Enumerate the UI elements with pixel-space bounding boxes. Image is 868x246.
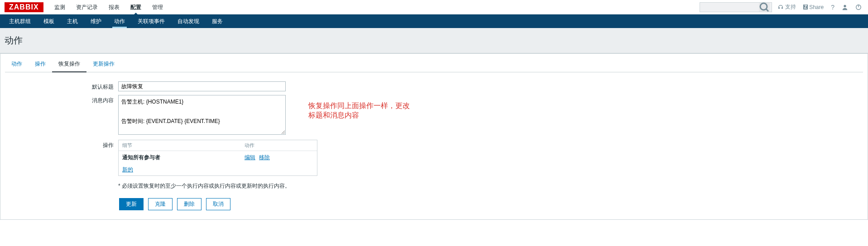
top-nav-inventory[interactable]: 资产记录 <box>71 0 103 14</box>
tab-recovery-operations[interactable]: 恢复操作 <box>52 57 86 72</box>
search-icon <box>759 2 770 13</box>
update-button[interactable]: 更新 <box>119 198 144 210</box>
message-textarea[interactable] <box>118 95 286 135</box>
ops-header: 细节 动作 <box>119 140 317 151</box>
ops-row: 通知所有参与者 编辑 移除 <box>119 151 317 164</box>
tab-update-operations[interactable]: 更新操作 <box>86 57 121 72</box>
ops-edit-link[interactable]: 编辑 <box>245 154 255 161</box>
search-box <box>700 2 772 12</box>
ops-new-row: 新的 <box>119 164 317 175</box>
logout-link[interactable] <box>854 4 863 10</box>
row-note: * 必须设置恢复时的至少一个执行内容或执行内容或更新时的执行内容。 <box>5 180 412 193</box>
message-label: 消息内容 <box>5 95 118 136</box>
z-icon: Z <box>803 5 808 9</box>
share-label: Share <box>809 4 824 10</box>
required-note: * 必须设置恢复时的至少一个执行内容或执行内容或更新时的执行内容。 <box>118 180 412 193</box>
sub-nav-actions[interactable]: 动作 <box>108 14 131 28</box>
ops-row-detail: 通知所有参与者 <box>122 154 245 161</box>
tab-operations[interactable]: 操作 <box>29 57 52 72</box>
search-input[interactable] <box>700 4 759 10</box>
sub-nav: 主机群组 模板 主机 维护 动作 关联项事件 自动发现 服务 <box>0 14 868 28</box>
ops-header-detail: 细节 <box>119 140 241 151</box>
top-nav-administration[interactable]: 管理 <box>147 0 168 14</box>
row-default-title: 默认标题 <box>5 81 412 91</box>
tabs: 动作 操作 恢复操作 更新操作 <box>5 57 863 72</box>
delete-button[interactable]: 删除 <box>177 198 201 210</box>
search-button[interactable] <box>759 3 770 12</box>
ops-new-link[interactable]: 新的 <box>122 166 133 173</box>
row-message: 消息内容 恢复操作同上面操作一样，更改标题和消息内容 <box>5 95 412 136</box>
support-label: 支持 <box>785 3 796 11</box>
share-link[interactable]: Z Share <box>801 4 825 10</box>
sub-nav-discovery[interactable]: 自动发现 <box>171 14 206 28</box>
logo[interactable]: ZABBIX <box>5 2 43 12</box>
top-header: ZABBIX 监测 资产记录 报表 配置 管理 支持 Z Share ? <box>0 0 868 14</box>
operations-table: 细节 动作 通知所有参与者 编辑 移除 新的 <box>118 140 317 176</box>
page-title: 动作 <box>0 28 868 53</box>
top-nav-reports[interactable]: 报表 <box>103 0 125 14</box>
sub-nav-hosts[interactable]: 主机 <box>61 14 84 28</box>
sub-nav-services[interactable]: 服务 <box>206 14 229 28</box>
sub-nav-correlation[interactable]: 关联项事件 <box>131 14 171 28</box>
top-nav-monitoring[interactable]: 监测 <box>49 0 71 14</box>
ops-remove-link[interactable]: 移除 <box>259 154 270 161</box>
annotation-text: 恢复操作同上面操作一样，更改标题和消息内容 <box>308 101 412 120</box>
top-nav: 监测 资产记录 报表 配置 管理 <box>49 0 700 14</box>
help-link[interactable]: ? <box>829 4 836 11</box>
default-title-input[interactable] <box>118 81 286 91</box>
button-row: 更新 克隆 删除 取消 <box>5 198 412 210</box>
tab-action[interactable]: 动作 <box>5 57 29 72</box>
clone-button[interactable]: 克隆 <box>148 198 173 210</box>
svg-point-0 <box>760 3 767 10</box>
form: 默认标题 消息内容 恢复操作同上面操作一样，更改标题和消息内容 操作 细节 动作 <box>5 81 412 210</box>
operations-label: 操作 <box>5 140 118 176</box>
svg-point-2 <box>844 5 846 7</box>
user-link[interactable] <box>840 4 850 10</box>
cancel-button[interactable]: 取消 <box>206 198 230 210</box>
content: 动作 操作 恢复操作 更新操作 默认标题 消息内容 恢复操作同上面操作一样，更改… <box>0 53 868 220</box>
sub-nav-hostgroups[interactable]: 主机群组 <box>3 14 37 28</box>
help-icon: ? <box>831 4 834 11</box>
row-operations: 操作 细节 动作 通知所有参与者 编辑 移除 新的 <box>5 140 412 176</box>
power-icon <box>855 4 862 10</box>
svg-line-1 <box>767 9 769 11</box>
user-icon <box>842 4 848 10</box>
sub-nav-templates[interactable]: 模板 <box>37 14 61 28</box>
support-link[interactable]: 支持 <box>776 3 798 11</box>
ops-header-action: 动作 <box>241 140 258 151</box>
top-nav-configuration[interactable]: 配置 <box>125 0 147 14</box>
top-right: 支持 Z Share ? <box>700 2 863 12</box>
sub-nav-maintenance[interactable]: 维护 <box>84 14 108 28</box>
headset-icon <box>777 4 784 10</box>
default-title-label: 默认标题 <box>5 81 118 91</box>
